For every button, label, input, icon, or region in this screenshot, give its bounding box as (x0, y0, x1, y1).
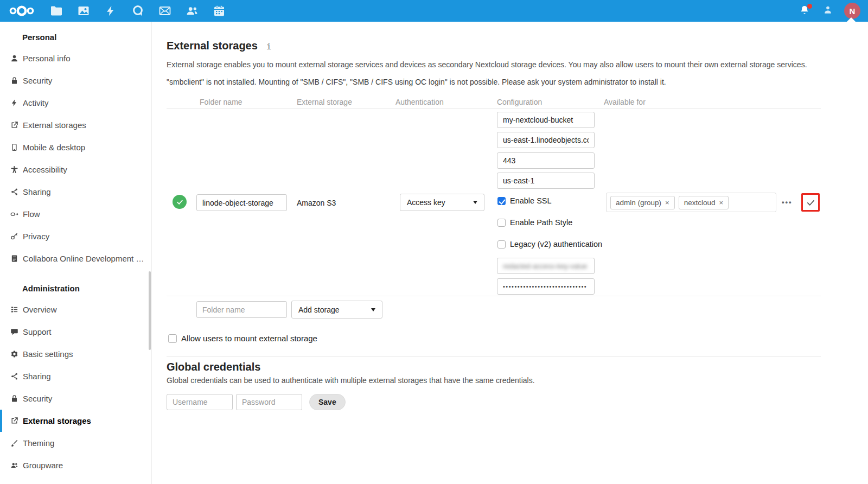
sidebar-item-collabora[interactable]: Collabora Online Development Edit... (0, 247, 151, 270)
contacts-menu-icon[interactable] (822, 4, 833, 17)
global-username-input[interactable] (167, 394, 233, 410)
enable-path-style-checkbox[interactable]: Enable Path Style (497, 218, 572, 227)
lock-icon (10, 77, 18, 85)
checkbox-label: Allow users to mount external storage (181, 334, 317, 343)
authentication-select[interactable]: Access key (400, 194, 484, 211)
region-input[interactable] (497, 173, 595, 189)
global-credentials-title: Global credentials (167, 361, 260, 373)
top-bar: N (0, 0, 868, 22)
group-icon (10, 461, 18, 470)
sidebar-item-groupware[interactable]: Groupware (0, 454, 151, 476)
brush-icon (10, 439, 18, 448)
user-avatar[interactable]: N (844, 3, 860, 19)
accessibility-icon (10, 165, 18, 174)
bucket-input[interactable] (497, 112, 595, 128)
chevron-down-icon (473, 201, 477, 204)
col-header-folder-name: Folder name (200, 98, 242, 106)
sidebar-item-external-storages-admin[interactable]: External storages (0, 410, 151, 432)
hostname-input[interactable] (497, 132, 595, 148)
sidebar-item-label: Overview (23, 305, 62, 314)
sidebar-item-theming[interactable]: Theming (0, 432, 151, 454)
remove-tag-icon[interactable]: × (719, 199, 723, 207)
row-options-icon[interactable]: ••• (782, 198, 793, 206)
table-header-divider (167, 109, 821, 109)
info-icon[interactable]: i (266, 41, 272, 52)
sidebar-item-label: Sharing (23, 372, 56, 381)
sidebar-item-label: External storages (23, 120, 92, 130)
new-folder-name-input[interactable] (196, 301, 287, 318)
sidebar-item-activity[interactable]: Activity (0, 92, 151, 114)
port-input[interactable] (497, 152, 595, 169)
table-row-divider (167, 296, 821, 296)
user-icon (10, 54, 18, 63)
sidebar-item-basic-settings[interactable]: Basic settings (0, 343, 151, 365)
sidebar-item-accessibility[interactable]: Accessibility (0, 158, 151, 181)
lightning-icon (10, 99, 18, 107)
external-storages-settings: External storagesi External storage enab… (152, 22, 868, 484)
description-text: External storage enables you to mount ex… (167, 60, 818, 69)
sidebar-item-overview[interactable]: Overview (0, 298, 151, 321)
activity-icon[interactable] (103, 4, 118, 18)
col-header-configuration: Configuration (497, 98, 542, 106)
sidebar-item-security-admin[interactable]: Security (0, 387, 151, 410)
save-storage-confirm-button[interactable] (801, 193, 820, 212)
sidebar-item-label: Support (23, 327, 57, 336)
secret-key-input[interactable]: ••••••••••••••••••••••••••••• (497, 278, 595, 295)
files-icon[interactable] (49, 4, 63, 18)
enable-ssl-checkbox[interactable]: Enable SSL (497, 196, 552, 205)
access-key-input[interactable]: redacted-access-key-value (497, 258, 595, 274)
sidebar-item-external-storages-personal[interactable]: External storages (0, 114, 151, 136)
photos-icon[interactable] (76, 4, 91, 18)
allow-users-checkbox[interactable]: Allow users to mount external storage (168, 334, 317, 343)
sidebar-item-sharing-admin[interactable]: Sharing (0, 365, 151, 387)
global-password-input[interactable] (236, 394, 302, 410)
checkbox-box[interactable] (497, 219, 506, 227)
checkbox-box[interactable] (497, 197, 506, 205)
talk-icon[interactable] (130, 4, 145, 18)
add-storage-select[interactable]: Add storage (291, 301, 382, 319)
checkbox-label: Enable SSL (510, 196, 552, 205)
chat-icon (10, 328, 18, 336)
nextcloud-logo[interactable] (8, 3, 36, 21)
available-for-tag: nextcloud × (679, 196, 729, 209)
sidebar-item-label: Theming (23, 438, 60, 448)
menu-notch (846, 17, 856, 22)
calendar-icon[interactable] (212, 4, 226, 18)
gear-icon (10, 350, 18, 359)
notifications-bell-icon[interactable] (799, 4, 812, 17)
sidebar-item-label: Activity (23, 98, 54, 107)
col-header-authentication: Authentication (395, 98, 444, 106)
notification-dot (807, 4, 812, 9)
sidebar-item-label: Groupware (23, 461, 68, 470)
sidebar-item-sharing-personal[interactable]: Sharing (0, 181, 151, 203)
save-button[interactable]: Save (309, 394, 346, 410)
contacts-icon[interactable] (184, 4, 199, 18)
checkbox-label: Enable Path Style (510, 218, 572, 227)
status-ok-icon (173, 195, 187, 209)
checkbox-box[interactable] (168, 334, 177, 343)
sidebar-item-support[interactable]: Support (0, 321, 151, 343)
share-icon (10, 372, 18, 381)
sidebar-item-label: Basic settings (23, 349, 79, 359)
folder-name-input[interactable] (196, 194, 287, 211)
sidebar-item-privacy[interactable]: Privacy (0, 225, 151, 247)
sidebar-item-flow[interactable]: Flow (0, 203, 151, 225)
checkbox-box[interactable] (497, 240, 506, 249)
section-personal: Personal (0, 30, 151, 47)
remove-tag-icon[interactable]: × (665, 199, 669, 207)
sidebar-scrollbar[interactable] (149, 271, 151, 350)
available-for-field[interactable]: admin (group) × nextcloud × (606, 193, 776, 212)
tag-label: admin (group) (616, 199, 661, 207)
access-key-redacted-text: redacted-access-key-value (503, 262, 587, 270)
sidebar-item-mobile-desktop[interactable]: Mobile & desktop (0, 136, 151, 158)
sidebar-item-label: Privacy (23, 232, 55, 241)
mail-icon[interactable] (157, 4, 172, 18)
share-icon (10, 188, 18, 196)
sidebar-item-label: Accessibility (23, 165, 73, 174)
sidebar-item-personal-info[interactable]: Personal info (0, 47, 151, 69)
sidebar-item-security-personal[interactable]: Security (0, 69, 151, 92)
legacy-auth-checkbox[interactable]: Legacy (v2) authentication (497, 240, 602, 249)
smbclient-warning: "smbclient" is not installed. Mounting o… (167, 78, 818, 86)
sidebar-item-label: Mobile & desktop (23, 143, 91, 152)
sidebar-item-label: Personal info (23, 54, 76, 63)
